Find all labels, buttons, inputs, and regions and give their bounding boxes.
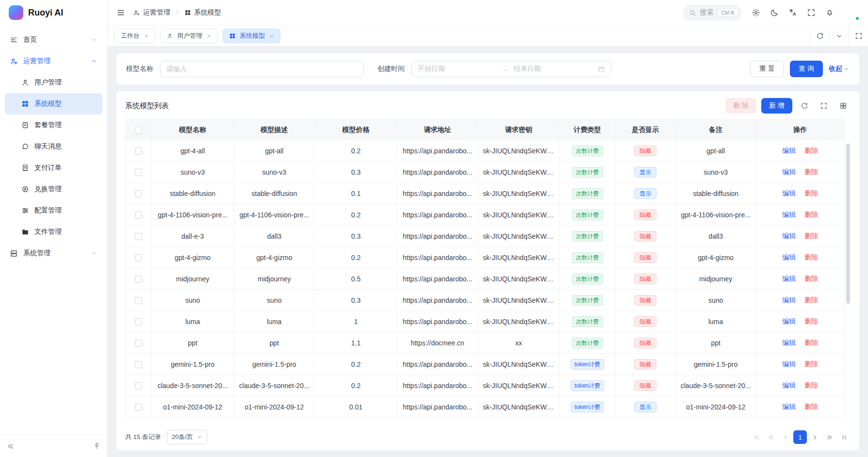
delete-link[interactable]: 删除 (804, 168, 818, 176)
exchange-icon (21, 185, 29, 193)
delete-link[interactable]: 删除 (804, 296, 818, 304)
notifications-button[interactable] (825, 8, 834, 17)
row-checkbox[interactable] (135, 297, 142, 304)
delete-link[interactable]: 删除 (804, 211, 818, 218)
row-checkbox[interactable] (135, 190, 142, 197)
fullscreen-button[interactable] (807, 8, 816, 17)
row-checkbox[interactable] (135, 276, 142, 283)
tab-close-button[interactable] (206, 33, 212, 39)
sidebar-item-system-management[interactable]: 系统管理 (5, 243, 102, 264)
delete-link[interactable]: 删除 (804, 339, 818, 346)
tab-list-dropdown-button[interactable] (829, 26, 849, 46)
row-checkbox[interactable] (135, 147, 142, 155)
edit-link[interactable]: 编辑 (782, 381, 796, 389)
pagination-first-button[interactable] (750, 430, 763, 444)
sidebar-item-file-management[interactable]: 文件管理 (5, 221, 102, 243)
sidebar-item-user-management[interactable]: 用户管理 (5, 72, 102, 93)
delete-link[interactable]: 删除 (804, 317, 818, 325)
pagination-next-button[interactable] (808, 430, 821, 444)
delete-link[interactable]: 删除 (804, 253, 818, 261)
settings-button[interactable] (752, 8, 760, 17)
cell-model-description: ppt (234, 332, 314, 354)
row-checkbox[interactable] (135, 318, 142, 326)
refresh-table-button[interactable] (797, 98, 812, 113)
visibility-badge: 显示 (634, 167, 656, 178)
row-checkbox[interactable] (135, 361, 142, 368)
delete-link[interactable]: 删除 (804, 403, 818, 410)
tab-workbench[interactable]: 工作台 (115, 29, 155, 43)
table-row: midjourney midjourney 0.5 https://api.pa… (126, 268, 845, 290)
row-checkbox[interactable] (135, 233, 142, 240)
row-checkbox[interactable] (135, 169, 142, 176)
sidebar-item-payment-orders[interactable]: 支付订单 (5, 157, 102, 179)
tab-close-button[interactable] (144, 33, 149, 39)
edit-link[interactable]: 编辑 (782, 317, 796, 325)
edit-link[interactable]: 编辑 (782, 147, 796, 154)
reset-button[interactable]: 重 置 (750, 61, 784, 77)
sidebar-item-exchange-management[interactable]: 兑换管理 (5, 179, 102, 200)
tab-user-management[interactable]: 用户管理 (160, 29, 218, 43)
column-header: 请求密钥 (478, 120, 560, 140)
table-vertical-scrollbar[interactable] (846, 144, 850, 304)
collapse-filter-link[interactable]: 收起 (829, 65, 850, 73)
sidebar-pin-button[interactable] (93, 442, 100, 450)
pagination-next-group-button[interactable] (822, 430, 836, 444)
breadcrumb-item-operations[interactable]: 运营管理 (133, 8, 170, 17)
menu-toggle-button[interactable] (116, 8, 125, 17)
maximize-content-button[interactable] (849, 26, 868, 46)
edit-link[interactable]: 编辑 (782, 253, 796, 261)
global-search[interactable]: 搜索 Ctrl K (683, 4, 742, 21)
edit-link[interactable]: 编辑 (782, 296, 796, 304)
page-size-select[interactable]: 20条/页 (167, 430, 207, 444)
pagination-last-button[interactable] (837, 430, 851, 444)
sidebar-item-package-management[interactable]: 套餐管理 (5, 114, 102, 136)
edit-link[interactable]: 编辑 (782, 275, 796, 282)
delete-selected-button[interactable]: 删 除 (725, 98, 756, 114)
dark-mode-button[interactable] (770, 8, 779, 17)
edit-link[interactable]: 编辑 (782, 232, 796, 240)
pagination-prev-group-button[interactable] (764, 430, 778, 444)
pagination-page-1[interactable]: 1 (793, 430, 807, 444)
table-row: dall-e-3 dall3 0.3 https://api.pandarobo… (126, 226, 845, 247)
delete-link[interactable]: 删除 (804, 189, 818, 197)
user-avatar[interactable] (844, 5, 859, 20)
delete-link[interactable]: 删除 (804, 147, 818, 154)
column-settings-button[interactable] (836, 98, 851, 113)
date-range-picker[interactable]: 开始日期 → 结束日期 (411, 61, 611, 77)
tab-close-button[interactable] (269, 33, 274, 39)
breadcrumb-item-system-models[interactable]: 系统模型 (184, 8, 221, 17)
edit-link[interactable]: 编辑 (782, 168, 796, 176)
edit-link[interactable]: 编辑 (782, 403, 796, 410)
edit-link[interactable]: 编辑 (782, 189, 796, 197)
tab-system-models[interactable]: 系统模型 (223, 29, 280, 43)
model-name-input[interactable] (160, 61, 364, 77)
edit-link[interactable]: 编辑 (782, 360, 796, 368)
sidebar-item-chat-messages[interactable]: 聊天消息 (5, 136, 102, 157)
add-button[interactable]: 新 增 (761, 98, 792, 114)
sidebar-item-operations[interactable]: 运营管理 (5, 50, 102, 72)
row-checkbox[interactable] (135, 404, 142, 411)
logo-icon (9, 5, 23, 20)
language-button[interactable] (788, 8, 797, 17)
sidebar-item-home[interactable]: 首页 (5, 29, 102, 50)
select-all-checkbox[interactable] (135, 127, 142, 134)
row-checkbox[interactable] (135, 340, 142, 347)
fullscreen-table-button[interactable] (817, 98, 831, 113)
sidebar-collapse-button[interactable] (7, 442, 15, 450)
cell-model-name: midjourney (151, 268, 234, 290)
sidebar-item-config-management[interactable]: 配置管理 (5, 200, 102, 221)
delete-link[interactable]: 删除 (804, 232, 818, 240)
refresh-tab-button[interactable] (810, 26, 829, 46)
delete-link[interactable]: 删除 (804, 275, 818, 282)
row-checkbox[interactable] (135, 382, 142, 390)
row-checkbox[interactable] (135, 254, 142, 261)
pagination-prev-button[interactable] (779, 430, 792, 444)
edit-link[interactable]: 编辑 (782, 211, 796, 218)
delete-link[interactable]: 删除 (804, 360, 818, 368)
query-button[interactable]: 查 询 (790, 61, 823, 77)
cell-request-url: https://api.pandarobo... (397, 311, 478, 332)
edit-link[interactable]: 编辑 (782, 339, 796, 346)
delete-link[interactable]: 删除 (804, 381, 818, 389)
row-checkbox[interactable] (135, 212, 142, 219)
sidebar-item-system-models[interactable]: 系统模型 (5, 93, 102, 114)
